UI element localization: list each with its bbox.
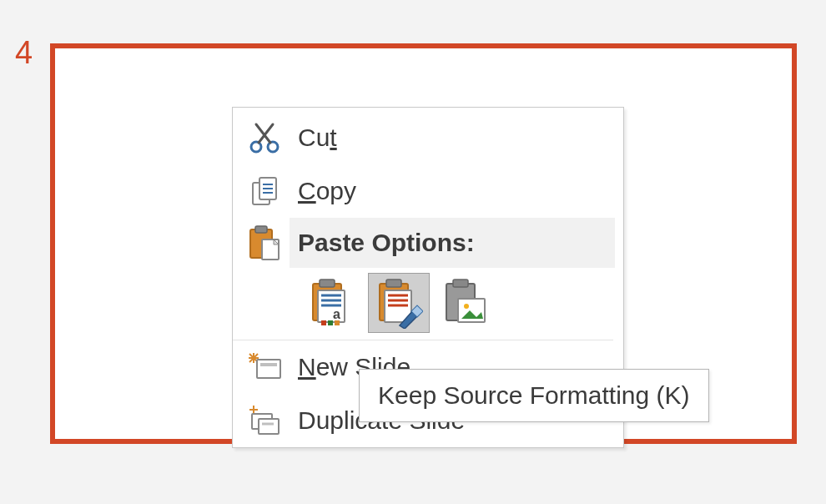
tooltip-text: Keep Source Formatting (K) bbox=[378, 381, 690, 409]
svg-rect-13 bbox=[320, 280, 335, 287]
svg-rect-21 bbox=[335, 320, 340, 325]
svg-rect-38 bbox=[260, 363, 277, 366]
svg-rect-30 bbox=[453, 280, 468, 287]
svg-rect-42 bbox=[259, 419, 279, 434]
paste-options-row: a bbox=[233, 268, 613, 340]
svg-text:a: a bbox=[333, 307, 340, 321]
slide-number: 4 bbox=[15, 35, 33, 71]
svg-rect-37 bbox=[257, 360, 280, 378]
paste-keep-source-formatting-button[interactable] bbox=[368, 273, 430, 333]
paste-icon bbox=[239, 224, 290, 261]
svg-point-32 bbox=[464, 304, 469, 309]
svg-line-2 bbox=[259, 124, 273, 143]
paste-use-destination-theme-button[interactable]: a bbox=[301, 273, 363, 333]
clipboard-picture-icon bbox=[441, 277, 490, 329]
clipboard-theme-icon: a bbox=[308, 277, 356, 329]
svg-rect-20 bbox=[328, 320, 333, 325]
duplicate-slide-icon bbox=[239, 404, 290, 437]
copy-icon bbox=[239, 174, 290, 208]
new-slide-icon bbox=[239, 351, 290, 383]
menu-label-copy: Copy bbox=[290, 177, 615, 205]
paste-options-header: Paste Options: bbox=[233, 218, 623, 268]
svg-rect-19 bbox=[321, 320, 326, 325]
paste-options-label: Paste Options: bbox=[298, 229, 475, 257]
menu-label-cut: Cut bbox=[290, 123, 615, 152]
svg-rect-23 bbox=[386, 280, 401, 287]
svg-rect-10 bbox=[255, 226, 267, 233]
menu-item-cut[interactable]: Cut bbox=[233, 111, 623, 164]
svg-line-3 bbox=[256, 124, 270, 143]
menu-item-copy[interactable]: Copy bbox=[233, 164, 623, 218]
clipboard-brush-icon bbox=[375, 277, 423, 329]
stage: 4 Cut bbox=[0, 0, 826, 504]
tooltip-keep-source-formatting: Keep Source Formatting (K) bbox=[359, 369, 709, 422]
scissors-icon bbox=[239, 121, 290, 154]
paste-as-picture-button[interactable] bbox=[435, 273, 496, 333]
